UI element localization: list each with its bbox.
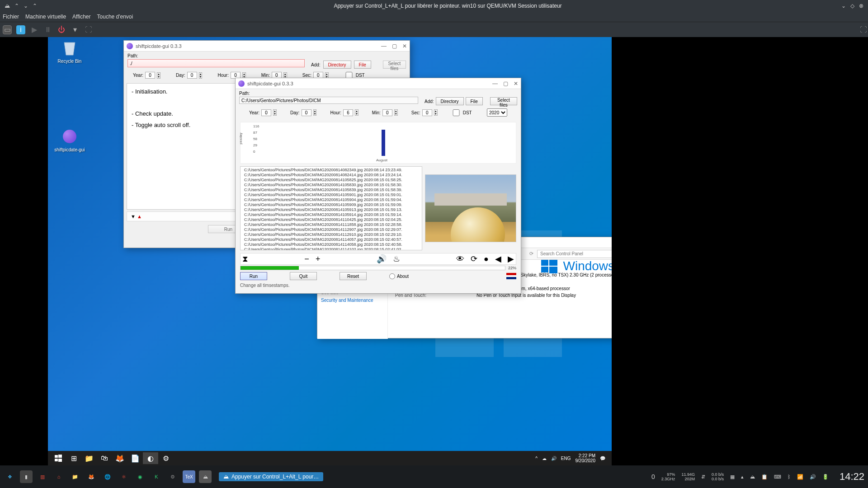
file-list-row[interactable]: C:/Users/Gentoo/Pictures/Photos/DICM/IMG…	[244, 237, 418, 242]
lang-indicator[interactable]: ENG	[561, 456, 571, 461]
gear-icon[interactable]: ⚙	[166, 470, 179, 483]
atom-icon[interactable]: ⚛	[118, 470, 130, 483]
bluetooth-icon[interactable]: ᛒ	[788, 474, 791, 479]
tray-expand-icon[interactable]: ▴	[741, 474, 744, 480]
directory-button[interactable]: Directory	[436, 97, 464, 105]
globe-icon[interactable]: 🌐	[101, 470, 114, 483]
win1-titlebar[interactable]: shiftpicdate-gui 0.3.3 — ▢ ✕	[124, 41, 410, 52]
battery-icon[interactable]: 🔋	[822, 474, 829, 480]
notepad-icon[interactable]: 📄	[127, 452, 143, 464]
year-input[interactable]	[261, 109, 271, 116]
minus-icon[interactable]: −	[304, 254, 309, 264]
folder-icon[interactable]: 📁	[69, 470, 81, 483]
windows-taskbar[interactable]: ⊞ 📁 🛍 🦊 📄 ◐ ⚙ ^ ☁ 🔊 ENG 2:22 PM 9/20/202…	[48, 451, 612, 465]
clipboard-tray-icon[interactable]: 📋	[761, 474, 768, 480]
file-list-row[interactable]: C:/Users/Gentoo/Pictures/Photos/DICM/IMG…	[244, 197, 418, 202]
host-clock[interactable]: 14:22	[840, 471, 864, 483]
firefox-host-icon[interactable]: 🦊	[85, 470, 98, 483]
file-list-row[interactable]: C:/Users/Gentoo/Pictures/Photos/DICM/IMG…	[244, 207, 418, 212]
path-input[interactable]	[127, 59, 305, 67]
next-icon[interactable]: ▶	[508, 254, 514, 264]
file-list-row[interactable]: C:/Users/Gentoo/Pictures/Photos/DICM/IMG…	[244, 242, 418, 247]
plus-icon[interactable]: +	[316, 254, 321, 264]
qt-icon[interactable]: ◉	[134, 470, 146, 483]
file-list-row[interactable]: C:/Users/Gentoo/Pictures/Photos/DICM/IMG…	[244, 247, 418, 250]
terminal-icon[interactable]: ▮	[20, 470, 33, 483]
file-list-row[interactable]: C:/Users/Gentoo/Pictures/Photos/DICM/IMG…	[244, 222, 418, 227]
task-button[interactable]: ⛰ Appuyer sur Control_L+Alt_L pour…	[219, 472, 323, 481]
host-panel[interactable]: ❖ ▮ ▥ ⌂ 📁 🦊 🌐 ⚛ ◉ K ⚙ TeX ⛰ ⛰ Appuyer su…	[0, 465, 868, 488]
taskview-icon[interactable]: ⊞	[66, 452, 81, 464]
play-icon[interactable]: ▶	[30, 25, 39, 34]
file-list[interactable]: C:/Users/Gentoo/Pictures/Photos/DICM/IMG…	[240, 166, 422, 250]
prev-icon[interactable]: ◀	[495, 254, 501, 264]
year-input[interactable]	[145, 72, 155, 79]
max-icon[interactable]: ◇	[850, 3, 854, 9]
year-spinner[interactable]: ▲▼	[157, 72, 160, 79]
minimize-icon[interactable]: —	[381, 43, 387, 49]
sec-maint-link[interactable]: Security and Maintenance	[321, 298, 384, 303]
year-spinner[interactable]: ▲▼	[273, 109, 277, 116]
file-list-row[interactable]: C:/Users/Gentoo/Pictures/Photos/DICM/IMG…	[244, 227, 418, 232]
keyboard-tray-icon[interactable]: ⌨	[774, 474, 781, 480]
file-list-row[interactable]: C:/Users/Gentoo/Pictures/Photos/DICM/IMG…	[244, 232, 418, 237]
dropdown-icon[interactable]: ▾	[71, 25, 80, 34]
file-explorer-icon[interactable]: 📁	[81, 452, 97, 464]
pause-icon[interactable]: ⏸	[43, 25, 52, 34]
caret-up-icon[interactable]: ⌃	[14, 3, 19, 9]
app-running-icon[interactable]: ◐	[143, 452, 158, 464]
store-icon[interactable]: 🛍	[97, 452, 112, 464]
file-list-row[interactable]: C:/Users/Gentoo/Pictures/Photos/DICM/IMG…	[244, 188, 418, 192]
sec-spinner[interactable]: ▲▼	[434, 109, 438, 116]
mem-meter[interactable]: 11.94G202M	[681, 472, 695, 481]
hour-spinner[interactable]: ▲▼	[355, 109, 359, 116]
quit-button[interactable]: Quit	[290, 272, 317, 280]
file-list-row[interactable]: C:/Users/Gentoo/Pictures/Photos/DICM/IMG…	[244, 192, 418, 197]
select-files-button[interactable]: Select files	[383, 61, 406, 69]
cpu-chip-icon[interactable]: ▦	[730, 474, 735, 480]
net-meter[interactable]: 0.0 b/s0.0 b/s	[712, 472, 724, 481]
notif-count[interactable]: 0	[651, 473, 655, 480]
tex-icon[interactable]: TeX	[183, 470, 195, 483]
exit-fullscreen-icon[interactable]: ⛶	[859, 25, 868, 34]
close-icon[interactable]: ✕	[514, 80, 518, 87]
minimize-icon[interactable]: —	[492, 80, 498, 87]
firefox-icon[interactable]: 🦊	[112, 452, 127, 464]
win2-titlebar[interactable]: shiftpicdate-gui 0.3.3 — ▢ ✕	[236, 78, 521, 89]
dolphin-icon[interactable]: ⌂	[52, 470, 65, 483]
windows-desktop[interactable]: Recycle Bin shiftpicdate-gui — ▢ ✕ ← → ↑	[48, 37, 612, 465]
app-shortcut[interactable]: shiftpicdate-gui	[53, 127, 86, 152]
min-input[interactable]	[382, 109, 392, 116]
file-list-row[interactable]: C:/Users/Gentoo/Pictures/Photos/DICM/IMG…	[244, 178, 418, 183]
maximize-icon[interactable]: ▢	[503, 80, 508, 87]
close-icon[interactable]: ⊗	[859, 3, 863, 9]
start-button[interactable]	[51, 452, 66, 464]
menu-file[interactable]: Fichier	[3, 14, 19, 20]
chevron-up-icon[interactable]: ⌃	[33, 3, 37, 9]
tray-expand-icon[interactable]: ^	[535, 456, 538, 461]
file-list-row[interactable]: C:/Users/Gentoo/Pictures/Photos/DICM/IMG…	[244, 202, 418, 207]
cpu-meter[interactable]: 97%2.3GHz	[661, 472, 675, 481]
hourglass-icon[interactable]: ⧗	[242, 254, 248, 264]
run-button[interactable]: Run	[240, 272, 267, 280]
search-input[interactable]	[537, 250, 612, 258]
file-list-row[interactable]: C:/Users/Gentoo/Pictures/Photos/DICM/IMG…	[244, 168, 418, 173]
record-icon[interactable]: ●	[484, 254, 489, 264]
sec-input[interactable]	[422, 109, 432, 116]
select-files-button[interactable]: Select files	[490, 97, 517, 105]
chevron-down-icon[interactable]: ⌄	[24, 3, 28, 9]
path-input[interactable]	[239, 97, 418, 104]
maximize-icon[interactable]: ▢	[392, 43, 397, 49]
dst-checkbox[interactable]	[451, 109, 461, 116]
taskbar-clock[interactable]: 2:22 PM 9/20/2020	[576, 453, 596, 463]
hour-input[interactable]	[343, 109, 353, 116]
hourglass-icon[interactable]: ▼▲	[131, 214, 142, 219]
min-icon[interactable]: ⌄	[841, 3, 846, 9]
flag-icon[interactable]	[506, 273, 516, 279]
file-list-row[interactable]: C:/Users/Gentoo/Pictures/Photos/DICM/IMG…	[244, 183, 418, 188]
volume-tray-icon[interactable]: 🔊	[551, 456, 557, 461]
reset-button[interactable]: Reset	[340, 272, 367, 280]
menu-sendkey[interactable]: Touche d'envoi	[97, 14, 133, 20]
vm-manager-icon[interactable]: ⛰	[199, 470, 212, 483]
directory-button[interactable]: Directory	[323, 61, 351, 69]
